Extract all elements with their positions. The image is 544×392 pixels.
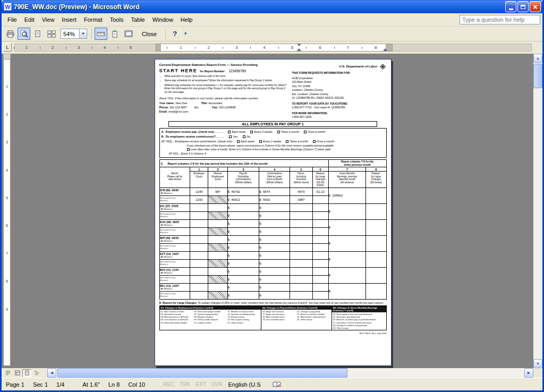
- data-cell: [290, 259, 312, 267]
- status-mode-ovr[interactable]: OVR: [211, 381, 223, 387]
- menu-item-window[interactable]: Window: [149, 15, 177, 24]
- right-indent-marker[interactable]: [383, 48, 387, 51]
- all-workers-label: All Workers: [160, 208, 190, 210]
- hatched-cell: [208, 195, 227, 203]
- gross-earnings-cell: $ 198662: [328, 188, 366, 203]
- outline-view-button[interactable]: [32, 369, 41, 377]
- column-header: 6Reasonfor LargeChanges(D1-D2 below): [312, 167, 328, 188]
- data-cell: $: [259, 259, 290, 267]
- data-cell: [208, 267, 227, 275]
- shrink-to-fit-button[interactable]: [108, 28, 121, 40]
- restore-button[interactable]: [517, 1, 529, 12]
- scroll-up-button[interactable]: ▲: [533, 54, 542, 63]
- toolbar-options-icon[interactable]: ▼: [183, 31, 188, 36]
- menu-item-insert[interactable]: Insert: [58, 15, 80, 24]
- table-row-all-workers: NOV (11) 11/24All Workers$$$: [159, 267, 386, 275]
- ruler-number: 3: [235, 44, 237, 52]
- data-cell: $: [227, 267, 259, 275]
- data-cell: 1245: [190, 188, 208, 195]
- section-b-label: B. Do employees receive commissions? . .…: [162, 135, 224, 138]
- ruler-tick: [250, 47, 251, 49]
- status-line: Ln 8: [108, 381, 120, 388]
- data-cell: $: [227, 259, 259, 267]
- vertical-scroll-thumb[interactable]: [533, 64, 542, 88]
- help-button[interactable]: ?: [168, 28, 181, 40]
- table-row-all-workers: JUL (07) 07/28All Workers$$$: [159, 203, 386, 211]
- status-at: At 1.6": [82, 381, 100, 388]
- menu-item-format[interactable]: Format: [80, 15, 106, 24]
- data-cell: [290, 203, 312, 211]
- web-layout-view-button[interactable]: [13, 369, 22, 377]
- menu-item-view[interactable]: View: [38, 15, 58, 24]
- data-cell: [312, 227, 328, 235]
- hanging-indent-marker[interactable]: [297, 48, 301, 51]
- menu-item-help[interactable]: Help: [177, 15, 197, 24]
- ruler-number: 6: [319, 44, 321, 52]
- checkbox-icon: [259, 140, 262, 143]
- column-number: 4: [259, 167, 290, 172]
- checkbox-icon: [250, 131, 253, 133]
- zoom-select[interactable]: 54% ▼: [61, 29, 87, 39]
- normal-view-button[interactable]: [3, 369, 12, 377]
- data-cell: $: [259, 203, 290, 211]
- spelling-status-icon[interactable]: [273, 381, 281, 388]
- data-cell: $: [227, 219, 259, 227]
- multiple-pages-button[interactable]: [45, 28, 58, 40]
- toolbar-separator: [91, 29, 92, 39]
- data-cell: [312, 259, 328, 267]
- company-street: 123 Main Street: [292, 80, 386, 84]
- print-layout-view-button[interactable]: [22, 369, 31, 377]
- view-ruler-button[interactable]: [95, 28, 107, 40]
- one-page-icon: [33, 30, 42, 38]
- data-cell: $: [259, 275, 290, 283]
- one-page-button[interactable]: [31, 28, 44, 40]
- horizontal-scroll-track[interactable]: [56, 368, 524, 378]
- minimize-button[interactable]: [505, 1, 516, 12]
- touchtone-number: 1-800-677-7715: [292, 106, 311, 109]
- data-cell: [190, 291, 208, 299]
- checkbox-icon: [286, 140, 288, 143]
- zoom-value: 54%: [61, 31, 79, 37]
- menu-item-tools[interactable]: Tools: [106, 15, 128, 24]
- company-ids: UI: 123456789 RU: 00001 NAICS: 632162: [292, 96, 386, 100]
- vertical-scroll-track[interactable]: [533, 63, 542, 359]
- first-line-indent-marker[interactable]: [297, 44, 301, 46]
- instruction-bullet: Same pay schedule for all employees? Ent…: [165, 79, 287, 82]
- document-page[interactable]: Current Employment Statistics Report For…: [155, 59, 392, 366]
- section-c-right: Report columns 7-8 for the entire previo…: [328, 160, 386, 167]
- shrink-to-fit-icon: [110, 30, 119, 38]
- scroll-down-button[interactable]: ▼: [533, 359, 542, 368]
- status-mode-trk[interactable]: TRK: [180, 381, 190, 387]
- reason-code-column: 16. Wage rate increase17. Wage rate decr…: [262, 310, 296, 321]
- status-mode-ext[interactable]: EXT: [196, 381, 206, 387]
- menu-item-file[interactable]: File: [4, 15, 21, 24]
- data-cell: [190, 219, 208, 227]
- vertical-scrollbar[interactable]: ▲ ▼: [533, 54, 542, 368]
- status-mode-rec[interactable]: REC: [163, 381, 174, 387]
- if-no-label: (IF NO)....Enter 0 in Column 4.: [162, 151, 385, 156]
- option-label: Each week: [241, 140, 254, 143]
- menu-item-edit[interactable]: Edit: [21, 15, 38, 24]
- close-preview-button[interactable]: Close: [136, 29, 163, 39]
- scroll-left-button[interactable]: ◀: [47, 368, 56, 378]
- dol-name: U.S. Department of Labor: [339, 64, 377, 69]
- menu-item-table[interactable]: Table: [127, 15, 148, 24]
- close-window-button[interactable]: ×: [530, 1, 541, 12]
- data-cell: $: [227, 227, 259, 235]
- magnifier-button[interactable]: [18, 28, 30, 40]
- horizontal-scroll-thumb[interactable]: [57, 368, 347, 378]
- print-button[interactable]: [4, 28, 16, 40]
- hatched-cell: [208, 243, 227, 251]
- magnifier-icon: [20, 30, 28, 38]
- scroll-right-button[interactable]: ▶: [524, 368, 533, 378]
- pay-frequency-option: Once a month: [313, 140, 334, 143]
- tab-selector[interactable]: L: [3, 43, 12, 52]
- reason-code-column: 11. Weather or natural event12. Vacation…: [227, 310, 260, 323]
- horizontal-scrollbar[interactable]: ◀ ▶: [47, 368, 533, 378]
- horizontal-ruler[interactable]: L 1234512345678: [2, 41, 542, 54]
- help-question-input[interactable]: [460, 15, 540, 24]
- full-screen-button[interactable]: [122, 28, 135, 40]
- ruler-number: 1: [180, 44, 182, 52]
- gross-earnings-cell: $: [328, 219, 366, 235]
- ruler-number: 3: [3, 140, 11, 144]
